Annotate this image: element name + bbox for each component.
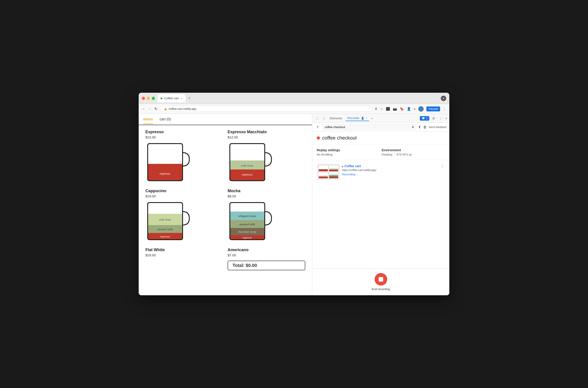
mocha-cup[interactable]: whipped cream steamed milk chocolate syr…	[228, 200, 273, 243]
cappucino-name: Cappucino	[146, 189, 223, 193]
desktop-resolution-value: Desktop | 672×671 px	[382, 153, 445, 156]
tab-favicon-icon: ▶	[161, 97, 163, 100]
cursor-tool-button[interactable]: ⬚	[315, 116, 320, 121]
elements-tab[interactable]: Elements	[328, 116, 344, 121]
svg-text:espresso: espresso	[160, 235, 170, 238]
recorder-tab-close[interactable]: ×	[366, 117, 368, 120]
svg-text:whipped cream: whipped cream	[238, 214, 256, 218]
menu-nav-item[interactable]: menu	[143, 115, 153, 124]
espresso-macchiato-cup[interactable]: milk foam espresso	[228, 141, 273, 184]
step-item[interactable]: ▶ Coffee cart https://coffee-cart.netlif…	[316, 162, 446, 182]
chat-button[interactable]: 💬 1	[420, 116, 429, 121]
recording-title: coffee checkout	[322, 135, 357, 141]
back-button[interactable]: ←	[142, 107, 146, 111]
mocha-name: Mocha	[228, 189, 305, 193]
recording-status: Recording ...	[342, 173, 439, 176]
delete-recording-button[interactable]: 🗑	[423, 125, 427, 129]
address-bar[interactable]: 🔒 coffee-cart.netlify.app	[160, 106, 372, 112]
replay-settings-label: Replay settings	[317, 148, 380, 152]
cappucino-cup[interactable]: milk foam steamed milk espresso	[146, 200, 191, 243]
active-tab[interactable]: ▶ Coffee cart ×	[158, 94, 186, 102]
layers-tool-button[interactable]: □	[322, 116, 326, 121]
browser-menu-icon[interactable]: ▾	[441, 96, 446, 101]
nav-actions: ⬆ ☆ ⬛ 📷 🔖 👤 ≡ Paused ⋮	[375, 106, 446, 112]
svg-text:milk foam: milk foam	[241, 164, 253, 167]
stop-icon	[379, 277, 383, 282]
traffic-lights	[142, 97, 155, 100]
flat-white-price: $18.00	[146, 253, 223, 257]
more-options-icon[interactable]: ⋮	[443, 107, 446, 111]
devtools-bottom: End recording	[312, 268, 449, 295]
desktop-label: Desktop	[382, 153, 392, 156]
svg-text:espresso: espresso	[160, 172, 170, 175]
recorder-tab[interactable]: Recorder 👤 ×	[345, 116, 369, 121]
refresh-button[interactable]: ↻	[154, 107, 157, 111]
chat-badge: 1	[426, 117, 427, 120]
espresso-price: $10.00	[146, 135, 223, 139]
svg-text:espresso: espresso	[243, 236, 252, 239]
paused-button[interactable]: Paused	[426, 106, 440, 111]
profile-icon[interactable]: 👤	[407, 107, 411, 111]
espresso-macchiato-item: Espresso Macchiato $12.00 milk foam	[228, 130, 305, 184]
camera-icon[interactable]: 📷	[393, 107, 397, 111]
cart-nav-item[interactable]: cart (0)	[160, 115, 171, 123]
lock-icon: 🔒	[164, 107, 167, 111]
step-more-button[interactable]: ⋮	[441, 164, 444, 168]
menu-grid: Espresso $10.00 espresso	[139, 125, 312, 275]
browser-window: ▶ Coffee cart × + ▾ ← → ↻ 🔒 coffee-cart.…	[139, 93, 449, 295]
cappucino-item: Cappucino $19.00 milk foam steamed milk	[146, 189, 223, 243]
environment-label: Environment	[382, 148, 445, 152]
star-icon[interactable]: ☆	[380, 107, 383, 111]
end-recording-button[interactable]	[375, 273, 387, 286]
forward-button[interactable]: →	[148, 107, 152, 111]
espresso-macchiato-price: $12.00	[228, 135, 305, 139]
recorder-tab-label: Recorder	[347, 116, 359, 120]
recording-selector[interactable]: coffee checkout ▾	[322, 124, 416, 130]
mocha-item: Mocha $8.00 whipped cream steamed milk	[228, 189, 305, 243]
svg-text:milk foam: milk foam	[159, 218, 171, 221]
settings-button[interactable]: ⚙	[431, 116, 436, 121]
americano-price: $7.00	[228, 253, 305, 257]
tab-close-button[interactable]: ×	[181, 97, 182, 100]
svg-text:steamed milk: steamed milk	[157, 228, 173, 231]
content-area: menu cart (0) Espresso $10.00	[139, 114, 449, 295]
flat-white-name: Flat White	[146, 247, 223, 252]
espresso-macchiato-name: Espresso Macchiato	[228, 130, 305, 134]
devtools-close-button[interactable]: ×	[445, 117, 447, 120]
list-icon[interactable]: ≡	[414, 107, 416, 111]
step-thumbnail	[317, 164, 340, 180]
share-icon[interactable]: ⬆	[375, 107, 377, 111]
svg-text:espresso: espresso	[242, 173, 252, 176]
step-title[interactable]: Coffee cart	[344, 164, 361, 168]
espresso-item: Espresso $10.00 espresso	[146, 130, 223, 184]
maximize-traffic-light[interactable]	[152, 97, 155, 100]
espresso-cup[interactable]: espresso	[146, 141, 191, 184]
resolution-separator: |	[394, 153, 395, 156]
end-recording-label: End recording	[372, 287, 390, 291]
address-text: coffee-cart.netlify.app	[169, 107, 196, 111]
recording-status-dot	[317, 136, 320, 140]
new-tab-button[interactable]: +	[186, 96, 193, 101]
nav-bar: ← → ↻ 🔒 coffee-cart.netlify.app ⬆ ☆ ⬛ 📷 …	[139, 104, 449, 114]
devtools-more-button[interactable]: ⋮	[438, 116, 443, 121]
expand-arrow-icon: ▶	[342, 165, 344, 168]
send-feedback-link[interactable]: Send feedback	[429, 126, 447, 129]
minimize-traffic-light[interactable]	[147, 97, 150, 100]
recording-actions: ⬆ 🗑	[418, 125, 427, 129]
close-traffic-light[interactable]	[142, 97, 145, 100]
avatar[interactable]	[418, 106, 424, 112]
add-recording-button[interactable]: +	[315, 124, 320, 130]
devtools-toolbar: ⬚ □ Elements Recorder 👤 × » 💬 1 ⚙ ⋮ ×	[312, 114, 449, 123]
dropdown-arrow-icon: ▾	[412, 125, 414, 129]
step-url: https://coffee-cart.netlify.app/	[342, 169, 439, 172]
devtools-panel: ⬚ □ Elements Recorder 👤 × » 💬 1 ⚙ ⋮ ×	[312, 114, 449, 295]
bookmark-icon[interactable]: 🔖	[400, 107, 404, 111]
svg-text:chocolate syrup: chocolate syrup	[238, 230, 256, 233]
upload-recording-button[interactable]: ⬆	[418, 125, 421, 129]
chat-icon: 💬	[422, 117, 425, 120]
svg-rect-2	[148, 177, 183, 181]
recording-steps: ▶ Coffee cart https://coffee-cart.netlif…	[312, 160, 449, 268]
extensions-icon[interactable]: ⬛	[386, 107, 390, 111]
americano-item: Americano $7.00 Total: $0.00	[228, 247, 305, 270]
more-tabs-button[interactable]: »	[371, 117, 372, 120]
